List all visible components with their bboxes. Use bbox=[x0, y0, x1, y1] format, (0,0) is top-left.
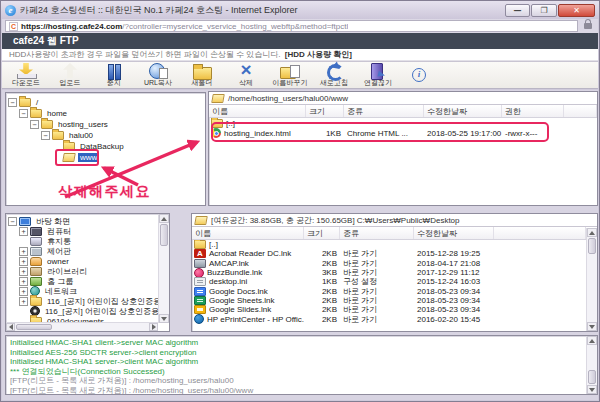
tree-expander-icon[interactable] bbox=[19, 277, 28, 286]
remote-file-row[interactable]: [..] bbox=[209, 118, 597, 128]
scroll-up-button[interactable] bbox=[159, 214, 169, 223]
log-line: *** 연결되었습니다(Connection Successed) bbox=[10, 367, 582, 377]
local-tree-item[interactable]: 라이브러리 bbox=[6, 266, 158, 276]
toolbar-button[interactable]: 연결끊기 bbox=[356, 62, 400, 88]
tree-expander-icon[interactable] bbox=[19, 267, 28, 276]
column-header[interactable]: 종류 bbox=[344, 105, 424, 117]
scroll-up-button[interactable] bbox=[587, 336, 597, 345]
file-type bbox=[340, 240, 414, 249]
file-date bbox=[424, 118, 502, 128]
scroll-right-button[interactable] bbox=[149, 323, 158, 331]
column-header[interactable] bbox=[564, 105, 597, 117]
tree-expander-icon[interactable] bbox=[19, 109, 28, 118]
local-tree-item[interactable]: 바탕 화면 bbox=[6, 216, 158, 226]
remote-file-row[interactable]: hosting_index.html 1KB Chrome HTML ... 2… bbox=[209, 128, 597, 138]
file-size: 1KB bbox=[304, 277, 340, 286]
local-file-row[interactable]: AMCAP.lnk 2KB 바로 가기 2018-04-17 21:08 bbox=[192, 259, 586, 268]
tree-expander-icon[interactable] bbox=[41, 131, 50, 140]
column-header[interactable]: 수정한날짜 bbox=[414, 227, 494, 239]
maximize-button[interactable]: ❐ bbox=[531, 4, 557, 17]
site-favicon: C bbox=[9, 22, 18, 31]
tree-expander-icon[interactable] bbox=[19, 257, 28, 266]
column-header[interactable]: 종류 bbox=[340, 227, 414, 239]
log-line: Initialised HMAC-SHA1 server->client MAC… bbox=[10, 357, 582, 367]
tree-expander-icon[interactable] bbox=[8, 98, 17, 107]
hdd-usage-check-link[interactable]: [HDD 사용량 확인] bbox=[285, 50, 352, 59]
local-file-row[interactable]: Acrobat Reader DC.lnk 2KB 바로 가기 2015-12-… bbox=[192, 249, 586, 258]
column-header[interactable]: 수정한날짜 bbox=[424, 105, 502, 117]
close-button[interactable]: ✕ bbox=[558, 4, 595, 17]
toolbar-button[interactable]: 다운로드 bbox=[4, 62, 48, 88]
file-date: 2018-05-23 09:34 bbox=[414, 286, 494, 295]
remote-tree-item[interactable]: www bbox=[6, 152, 205, 163]
folder-icon bbox=[62, 153, 76, 162]
tree-expander-icon[interactable] bbox=[8, 217, 17, 226]
column-header[interactable]: 이름 bbox=[209, 105, 306, 117]
log-vscrollbar[interactable] bbox=[586, 336, 597, 394]
local-file-row[interactable]: Google Sheets.lnk 2KB 바로 가기 2018-05-23 0… bbox=[192, 296, 586, 305]
toolbar-button[interactable]: 삭제 bbox=[224, 62, 268, 88]
local-tree-item[interactable]: 네트워크 bbox=[6, 286, 158, 296]
remote-path: /home/hosting_users/halu00/www bbox=[228, 94, 348, 103]
local-tree-item[interactable]: 116_[공지] 어린이집 상호인증용(보안인증) IC단말 bbox=[6, 296, 158, 306]
tree-expander-icon[interactable] bbox=[30, 120, 39, 129]
toolbar-button[interactable]: 중지 bbox=[92, 62, 136, 88]
column-header[interactable]: 크기 bbox=[306, 105, 344, 117]
file-type: 바로 가기 bbox=[340, 286, 414, 295]
scroll-down-button[interactable] bbox=[587, 322, 597, 331]
scrollbar-thumb[interactable] bbox=[160, 224, 168, 246]
scrollbar-thumb[interactable] bbox=[588, 238, 596, 254]
toolbar-button-label: 연결끊기 bbox=[364, 79, 392, 87]
local-tree-item[interactable]: 휴지통 bbox=[6, 236, 158, 246]
toolbar-button[interactable]: 이름바꾸기 bbox=[268, 62, 312, 88]
remote-tree-item[interactable]: hosting_users bbox=[6, 119, 205, 130]
minimize-button[interactable]: — bbox=[505, 4, 530, 17]
file-size: 3KB bbox=[304, 268, 340, 277]
tree-item-icon bbox=[30, 247, 42, 256]
scroll-left-button[interactable] bbox=[6, 323, 15, 331]
scrollbar-thumb[interactable] bbox=[588, 370, 596, 384]
log-line: [FTP(리모트 - 목록 새로 가져옴)] : /home/hosting_u… bbox=[10, 386, 582, 395]
local-file-row[interactable]: HP ePrintCenter - HP Offic... 2KB 바로 가기 … bbox=[192, 314, 586, 323]
column-header[interactable]: 권한 bbox=[502, 105, 564, 117]
scroll-down-button[interactable] bbox=[159, 314, 169, 323]
toolbar-button[interactable]: 새로고침 bbox=[312, 62, 356, 88]
local-file-row[interactable]: Google Slides.lnk 2KB 바로 가기 2018-05-23 0… bbox=[192, 305, 586, 314]
local-tree-item[interactable]: owner bbox=[6, 256, 158, 266]
tree-expander-icon[interactable] bbox=[19, 227, 28, 236]
local-file-row[interactable]: BuzzBundle.lnk 3KB 바로 가기 2017-12-29 11:1… bbox=[192, 268, 586, 277]
remote-tree-item[interactable]: home bbox=[6, 108, 205, 119]
column-header[interactable] bbox=[494, 227, 586, 239]
tree-expander-icon[interactable] bbox=[19, 287, 28, 296]
toolbar-button-label: 이름바꾸기 bbox=[273, 79, 308, 87]
remote-tree-item[interactable]: DataBackup bbox=[6, 141, 205, 152]
local-tree-item[interactable]: 제어판 bbox=[6, 246, 158, 256]
scroll-down-button[interactable] bbox=[587, 385, 597, 394]
toolbar-button-icon bbox=[280, 63, 300, 79]
local-file-row[interactable]: Google Docs.lnk 2KB 바로 가기 2018-05-23 09:… bbox=[192, 286, 586, 295]
toolbar-button[interactable]: 업로드 bbox=[48, 62, 92, 88]
info-icon[interactable]: i bbox=[412, 68, 426, 82]
tree-expander-icon[interactable] bbox=[19, 297, 28, 306]
tree-expander-icon[interactable] bbox=[19, 247, 28, 256]
remote-tree-item[interactable]: halu00 bbox=[6, 130, 205, 141]
scrollbar-thumb[interactable] bbox=[16, 324, 52, 330]
local-tree-item[interactable]: 116_[공지] 어린이집 상호인증용(보안인증) IC단말 bbox=[6, 306, 158, 316]
local-file-row[interactable]: [..] bbox=[192, 240, 586, 249]
toolbar-button[interactable]: URL복사 bbox=[136, 62, 180, 88]
scroll-up-button[interactable] bbox=[587, 228, 597, 237]
column-header[interactable]: 크기 bbox=[304, 227, 340, 239]
url-input[interactable]: C https://hosting.cafe24.com /?controlle… bbox=[5, 20, 578, 32]
security-lock-icon bbox=[584, 23, 592, 29]
file-type: 바로 가기 bbox=[340, 296, 414, 305]
local-tree-hscrollbar[interactable] bbox=[6, 322, 158, 331]
local-files-vscrollbar[interactable] bbox=[586, 228, 597, 331]
local-tree-vscrollbar[interactable] bbox=[158, 214, 169, 323]
tree-item-label: www bbox=[78, 153, 99, 162]
local-tree-item[interactable]: 컴퓨터 bbox=[6, 226, 158, 236]
file-icon bbox=[194, 259, 206, 268]
local-tree-item[interactable]: 홈 그룹 bbox=[6, 276, 158, 286]
toolbar-button[interactable]: 새폴더 bbox=[180, 62, 224, 88]
column-header[interactable]: 이름 bbox=[192, 227, 304, 239]
local-file-row[interactable]: desktop.ini 1KB 구성 설정 2015-12-24 16:03 bbox=[192, 277, 586, 286]
